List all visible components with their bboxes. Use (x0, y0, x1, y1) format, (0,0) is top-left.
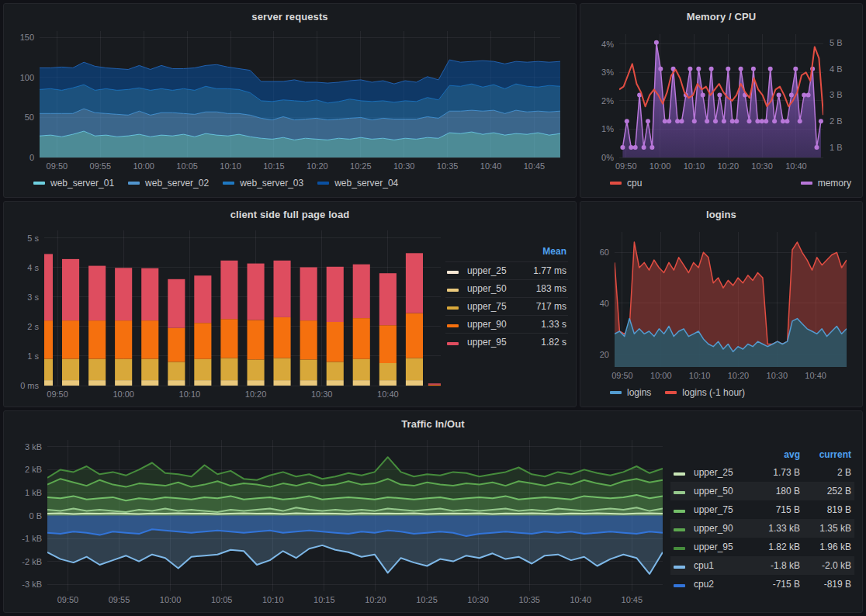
memory-cpu-legend: cpumemory (588, 175, 854, 193)
legend-row-upper_50[interactable]: upper_50180 B252 B (670, 482, 854, 500)
legend-item-web-server-01[interactable]: web_server_01 (33, 178, 114, 189)
legend-item-web-server-04[interactable]: web_server_04 (317, 178, 398, 189)
traffic-chart[interactable]: 3 kB2 kB1 kB0 B-1 kB-2 kB-3 kB09:5009:55… (12, 434, 670, 608)
svg-text:10:10: 10:10 (220, 161, 241, 171)
svg-text:10:30: 10:30 (767, 371, 788, 380)
legend-row-upper_25[interactable]: upper_251.77 ms (445, 261, 568, 279)
svg-text:10:00: 10:00 (160, 595, 182, 604)
legend-row-cpu2[interactable]: cpu2-715 B-819 B (670, 575, 854, 594)
panel-title-server-requests[interactable]: server requests (12, 9, 568, 26)
legend-header-avg[interactable]: avg (752, 449, 800, 460)
series-color-swatch (223, 182, 234, 185)
legend-mean-value: 1.33 s (515, 319, 566, 330)
legend-avg-value: 715 B (752, 504, 800, 515)
legend-item-logins[interactable]: logins (610, 387, 651, 398)
svg-text:09:50: 09:50 (615, 161, 637, 171)
svg-text:10:30: 10:30 (311, 389, 333, 399)
legend-current-value: 1.35 kB (800, 523, 851, 534)
legend-item-web-server-02[interactable]: web_server_02 (128, 178, 209, 189)
legend-item-logins-1-hour-[interactable]: logins (-1 hour) (665, 387, 745, 398)
legend-item-cpu[interactable]: cpu (610, 178, 642, 189)
panel-page-load: client side full page load 0 ms1 s2 s3 s… (3, 201, 577, 407)
svg-text:20: 20 (600, 350, 609, 359)
svg-text:1 B: 1 B (830, 143, 843, 152)
series-color-swatch (801, 182, 812, 185)
legend-item-web-server-03[interactable]: web_server_03 (223, 178, 303, 189)
series-color-swatch (447, 324, 459, 327)
legend-mean-value: 717 ms (515, 301, 566, 312)
svg-text:10:40: 10:40 (805, 371, 826, 380)
panel-title-memory-cpu[interactable]: Memory / CPU (588, 9, 854, 26)
legend-row-upper_95[interactable]: upper_951.82 s (445, 333, 568, 351)
legend-row-upper_25[interactable]: upper_251.73 B2 B (670, 463, 854, 482)
svg-text:40: 40 (600, 299, 609, 308)
panel-title-logins[interactable]: logins (588, 207, 854, 224)
svg-text:10:00: 10:00 (133, 161, 154, 171)
page-load-chart[interactable]: 0 ms1 s2 s3 s4 s5 s09:5010:0010:1010:201… (12, 224, 445, 403)
traffic-canvas[interactable]: 3 kB2 kB1 kB0 B-1 kB-2 kB-3 kB09:5009:55… (12, 434, 670, 608)
legend-current-value: -819 B (800, 579, 851, 590)
svg-text:10:40: 10:40 (785, 161, 807, 171)
server_requests-canvas[interactable]: 05010015009:5009:5510:0010:0510:1010:151… (12, 26, 568, 175)
legend-avg-value: 1.82 kB (752, 542, 800, 552)
logins-legend: loginslogins (-1 hour) (588, 384, 854, 403)
server-requests-chart[interactable]: 05010015009:5009:5510:0010:0510:1010:151… (12, 26, 568, 175)
logins-chart[interactable]: 20406009:5010:0010:1010:2010:3010:40 (588, 224, 854, 384)
svg-text:10:10: 10:10 (262, 595, 284, 604)
panel-title-page-load[interactable]: client side full page load (12, 207, 568, 224)
legend-avg-value: -1.8 kB (752, 560, 800, 571)
legend-avg-value: 180 B (752, 486, 800, 497)
panel-title-traffic[interactable]: Traffic In/Out (12, 417, 854, 434)
legend-label: upper_75 (694, 504, 752, 515)
page_load-canvas[interactable]: 0 ms1 s2 s3 s4 s5 s09:5010:0010:1010:201… (12, 224, 445, 403)
memory-cpu-chart[interactable]: 0%1%2%3%4%1 B2 B3 B4 B5 B09:5010:0010:10… (588, 26, 854, 175)
legend-row-upper_75[interactable]: upper_75717 ms (445, 297, 568, 315)
series-color-swatch (674, 491, 685, 494)
series-color-swatch (674, 472, 685, 476)
svg-text:10:10: 10:10 (689, 371, 711, 380)
legend-row-upper_95[interactable]: upper_951.82 kB1.96 kB (670, 538, 854, 556)
series-color-swatch (447, 342, 459, 345)
svg-text:0 ms: 0 ms (20, 381, 39, 390)
series-color-swatch (674, 510, 685, 513)
legend-label: cpu2 (694, 579, 752, 590)
series-color-swatch (610, 182, 622, 185)
legend-avg-value: -715 B (752, 579, 800, 590)
legend-label: upper_90 (694, 523, 752, 534)
panel-traffic: Traffic In/Out 3 kB2 kB1 kB0 B-1 kB-2 kB… (3, 410, 863, 613)
series-color-swatch (674, 566, 685, 569)
legend-header-mean[interactable]: Mean (515, 246, 566, 257)
svg-text:10:30: 10:30 (467, 595, 489, 604)
legend-label: upper_90 (467, 319, 515, 330)
legend-current-value: 819 B (800, 504, 851, 515)
series-color-swatch (665, 391, 677, 394)
svg-text:4%: 4% (601, 40, 614, 49)
legend-item-memory[interactable]: memory (801, 178, 851, 189)
series-color-swatch (674, 528, 685, 531)
legend-label: web_server_01 (50, 178, 114, 189)
logins-canvas[interactable]: 20406009:5010:0010:1010:2010:3010:40 (588, 224, 854, 384)
legend-avg-value: 1.33 kB (752, 523, 800, 534)
legend-label: web_server_03 (240, 178, 303, 189)
series-color-swatch (447, 289, 459, 292)
memory_cpu-canvas[interactable]: 0%1%2%3%4%1 B2 B3 B4 B5 B09:5010:0010:10… (588, 26, 854, 175)
legend-current-value: 252 B (800, 486, 851, 497)
legend-row-upper_50[interactable]: upper_50183 ms (445, 279, 568, 297)
legend-header-current[interactable]: current (800, 449, 851, 460)
svg-text:-2 kB: -2 kB (22, 557, 42, 566)
legend-avg-value: 1.73 B (752, 467, 800, 478)
svg-text:10:10: 10:10 (179, 389, 201, 399)
legend-label: cpu1 (694, 560, 752, 571)
svg-text:10:20: 10:20 (307, 161, 328, 171)
legend-row-upper_90[interactable]: upper_901.33 kB1.35 kB (670, 519, 854, 538)
panel-logins: logins 20406009:5010:0010:1010:2010:3010… (580, 201, 863, 407)
traffic-legend: avgcurrentupper_251.73 B2 Bupper_50180 B… (670, 434, 854, 608)
svg-text:0: 0 (29, 153, 34, 162)
svg-text:10:15: 10:15 (263, 161, 285, 171)
svg-text:4 s: 4 s (27, 263, 39, 272)
svg-text:10:40: 10:40 (377, 389, 399, 399)
legend-row-upper_90[interactable]: upper_901.33 s (445, 315, 568, 333)
legend-row-cpu1[interactable]: cpu1-1.8 kB-2.0 kB (670, 556, 854, 575)
svg-text:60: 60 (600, 247, 609, 257)
legend-row-upper_75[interactable]: upper_75715 B819 B (670, 500, 854, 519)
